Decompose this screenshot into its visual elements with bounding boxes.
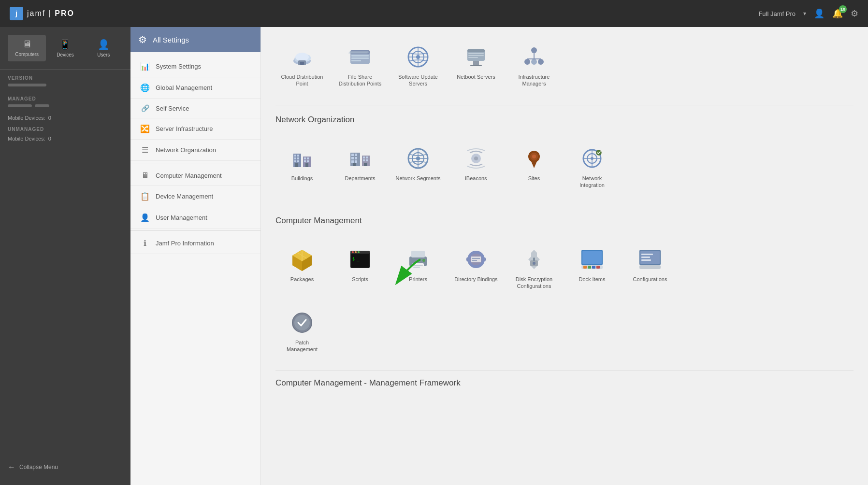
sidebar-item-jamf-pro-info[interactable]: ℹ Jamf Pro Information (130, 233, 260, 254)
left-sidebar: 🖥 Computers 📱 Devices 👤 Users VERSION MA… (0, 27, 130, 485)
svg-rect-60 (353, 163, 356, 166)
packages-label: Packages (290, 276, 314, 283)
sidebar-item-device-management[interactable]: 📋 Device Management (130, 186, 260, 207)
notifications-button[interactable]: 🔔 10 (832, 8, 843, 19)
svg-rect-107 (583, 266, 587, 269)
system-settings-label: System Settings (156, 63, 201, 70)
printers-item[interactable]: Printers (391, 239, 445, 298)
user-profile-icon[interactable]: 👤 (814, 8, 825, 19)
disk-encryption-item[interactable]: Disk Encryption Configurations (507, 239, 561, 298)
sidebar-item-server-infrastructure[interactable]: 🔀 Server Infrastructure (130, 118, 260, 140)
svg-rect-53 (355, 157, 357, 159)
dock-items-icon (579, 247, 605, 272)
file-share-distribution-points-item[interactable]: File Share Distribution Points (333, 37, 387, 95)
ibeacons-label: iBeacons (465, 175, 487, 182)
sidebar-nav: 🖥 Computers 📱 Devices 👤 Users (0, 35, 130, 70)
sites-item[interactable]: Sites (507, 138, 561, 197)
svg-rect-21 (468, 55, 484, 56)
netboot-servers-item[interactable]: Netboot Servers (449, 37, 503, 95)
server-infrastructure-icon: 🔀 (140, 124, 150, 133)
disk-encryption-icon (521, 247, 547, 272)
patch-management-item[interactable]: Patch Management (275, 302, 329, 361)
sidebar-item-devices[interactable]: 📱 Devices (46, 35, 84, 61)
network-organization-section: Network Organization (275, 115, 854, 207)
svg-rect-8 (351, 55, 369, 57)
configurations-item[interactable]: Configurations (623, 239, 677, 298)
svg-point-102 (533, 262, 535, 265)
infrastructure-managers-item[interactable]: Infrastructure Managers (507, 37, 561, 95)
printers-icon (405, 247, 431, 272)
user-management-label: User Management (156, 214, 207, 221)
sidebar-item-self-service[interactable]: 🔗 Self Service (130, 99, 260, 118)
software-update-servers-item[interactable]: Software Update Servers (391, 37, 445, 95)
netboot-servers-icon (463, 44, 489, 70)
svg-rect-114 (641, 254, 653, 255)
settings-icon[interactable]: ⚙ (851, 8, 858, 19)
svg-rect-24 (470, 65, 482, 66)
svg-rect-108 (588, 266, 591, 269)
cloud-distribution-point-item[interactable]: Cloud Distribution Point (275, 37, 329, 95)
patch-management-grid: Patch Management (275, 302, 854, 361)
software-update-servers-label: Software Update Servers (395, 73, 441, 87)
packages-item[interactable]: Packages (275, 239, 329, 298)
svg-rect-20 (468, 53, 484, 54)
sidebar-item-network-organization[interactable]: ☰ Network Organization (130, 140, 260, 161)
network-segments-item[interactable]: Network Segments (391, 138, 445, 197)
global-management-label: Global Management (156, 84, 212, 91)
svg-rect-19 (467, 49, 485, 52)
devices-label: Devices (57, 52, 74, 57)
svg-point-87 (352, 251, 354, 253)
buildings-label: Buildings (291, 175, 313, 182)
sidebar-item-global-management[interactable]: 🌐 Global Management (130, 77, 260, 99)
dock-items-item[interactable]: Dock Items (565, 239, 619, 298)
self-service-icon: 🔗 (140, 104, 150, 112)
svg-point-28 (531, 59, 537, 65)
printers-label: Printers (409, 276, 427, 283)
disk-encryption-label: Disk Encryption Configurations (511, 276, 557, 290)
scripts-icon: $ _ (347, 247, 373, 272)
svg-rect-103 (533, 257, 535, 261)
network-organization-label: Network Organization (156, 146, 216, 154)
software-update-servers-icon (405, 44, 431, 70)
directory-bindings-item[interactable]: Directory Bindings (449, 239, 503, 298)
sites-label: Sites (528, 175, 540, 182)
svg-rect-110 (596, 266, 600, 269)
user-name[interactable]: Full Jamf Pro (758, 10, 796, 17)
svg-point-119 (294, 315, 310, 330)
mobile-devices-label-2: Mobile Devices: (8, 136, 45, 142)
network-integration-item[interactable]: Network Integration (565, 138, 619, 197)
svg-rect-56 (363, 157, 365, 158)
svg-rect-22 (468, 57, 478, 58)
ibeacons-item[interactable]: iBeacons (449, 138, 503, 197)
device-management-icon: 📋 (140, 192, 150, 201)
server-infrastructure-grid: Cloud Distribution Point (275, 37, 854, 105)
sidebar-item-system-settings[interactable]: 📊 System Settings (130, 56, 260, 77)
collapse-menu-button[interactable]: ← Collapse Menu (0, 457, 130, 477)
buildings-icon (289, 146, 315, 171)
managed-bar-2 (35, 104, 49, 107)
computer-management-grid: Packages $ _ (275, 239, 854, 298)
chevron-down-icon[interactable]: ▾ (803, 10, 806, 17)
computers-label: Computers (15, 52, 39, 57)
settings-sidebar-items: 📊 System Settings 🌐 Global Management 🔗 … (130, 52, 260, 485)
svg-rect-38 (294, 157, 296, 159)
sidebar-item-users[interactable]: 👤 Users (85, 35, 123, 61)
cloud-distribution-point-icon (289, 44, 315, 70)
jamf-pro-info-icon: ℹ (140, 239, 150, 248)
svg-rect-37 (297, 155, 299, 157)
self-service-label: Self Service (156, 105, 189, 112)
sidebar-item-computers[interactable]: 🖥 Computers (8, 35, 46, 61)
notification-count: 10 (839, 5, 847, 13)
svg-rect-46 (295, 163, 298, 167)
users-icon: 👤 (98, 39, 110, 50)
departments-item[interactable]: Departments (333, 138, 387, 197)
buildings-item[interactable]: Buildings (275, 138, 329, 197)
configurations-label: Configurations (633, 276, 667, 283)
sidebar-item-computer-management[interactable]: 🖥 Computer Management (130, 165, 260, 186)
device-management-label: Device Management (156, 193, 213, 200)
computer-management-section: Computer Management (275, 216, 854, 360)
server-infrastructure-label: Server Infrastructure (156, 125, 213, 132)
sidebar-item-user-management[interactable]: 👤 User Management (130, 207, 260, 228)
collapse-icon: ← (8, 463, 15, 471)
scripts-item[interactable]: $ _ Scripts (333, 239, 387, 298)
